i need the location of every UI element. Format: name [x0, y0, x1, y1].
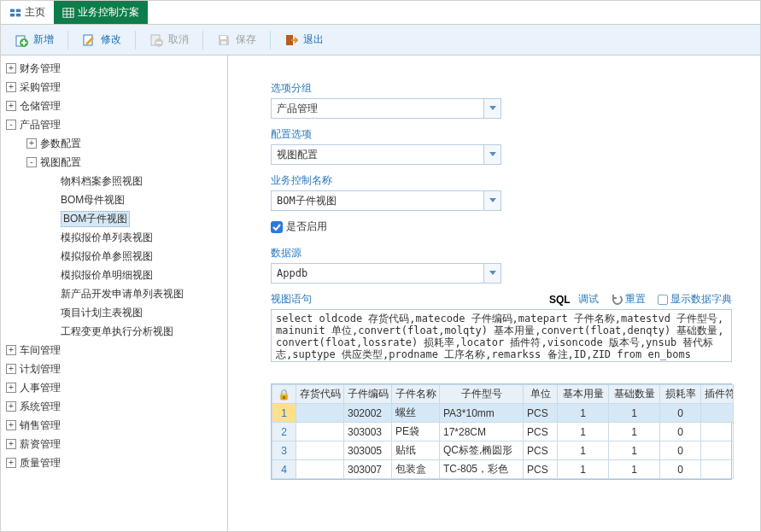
- tree-leaf[interactable]: 物料档案参照视图: [1, 172, 227, 190]
- expand-icon[interactable]: +: [6, 364, 16, 374]
- col-header[interactable]: 基本用量: [558, 385, 609, 404]
- enabled-checkbox[interactable]: [271, 221, 283, 233]
- tree-leaf[interactable]: 模拟报价单参照视图: [1, 247, 227, 266]
- group-combo[interactable]: [271, 98, 501, 119]
- cell[interactable]: 0: [660, 423, 701, 441]
- tree-node-quality[interactable]: +质量管理: [1, 453, 227, 472]
- chevron-down-icon[interactable]: [483, 264, 501, 283]
- col-header[interactable]: 子件编码: [344, 385, 392, 404]
- tree-node-product[interactable]: -产品管理: [1, 115, 227, 134]
- collapse-icon[interactable]: -: [6, 120, 16, 130]
- checkbox-empty-icon[interactable]: [658, 295, 668, 305]
- tree-node-plan[interactable]: +计划管理: [1, 360, 227, 378]
- table-row[interactable]: 4303007包装盒TC-805，彩色PCS110: [272, 460, 734, 479]
- table-row[interactable]: 3303005贴纸QC标签,椭圆形PCS110: [272, 441, 734, 460]
- tree-leaf[interactable]: 项目计划主表视图: [1, 303, 227, 322]
- cell[interactable]: TC-805，彩色: [440, 460, 524, 479]
- expand-icon[interactable]: +: [6, 401, 16, 412]
- cell[interactable]: PA3*10mm: [440, 404, 524, 423]
- cell[interactable]: PCS: [524, 423, 558, 441]
- exit-button[interactable]: 退出: [276, 29, 332, 50]
- expand-icon[interactable]: +: [6, 63, 16, 73]
- option-combo[interactable]: [271, 144, 501, 165]
- expand-icon[interactable]: +: [6, 383, 16, 393]
- col-header[interactable]: 存货代码: [296, 385, 344, 404]
- cell[interactable]: PCS: [524, 404, 558, 423]
- tree-node-sales[interactable]: +销售管理: [1, 416, 227, 435]
- tree-leaf[interactable]: 模拟报价单明细视图: [1, 266, 227, 284]
- tree-node-param-config[interactable]: +参数配置: [1, 134, 227, 153]
- cell[interactable]: [296, 423, 344, 441]
- cell[interactable]: PE袋: [392, 423, 440, 441]
- cell[interactable]: 17*28CM: [440, 423, 524, 441]
- col-header[interactable]: 插件符: [701, 385, 734, 404]
- tree-leaf-selected[interactable]: BOM子件视图: [1, 209, 227, 228]
- tree-node-workshop[interactable]: +车间管理: [1, 341, 227, 360]
- expand-icon[interactable]: +: [6, 458, 16, 468]
- tree-node-finance[interactable]: +财务管理: [1, 59, 227, 78]
- cell[interactable]: 0: [660, 460, 701, 479]
- cell[interactable]: 303003: [344, 423, 392, 441]
- col-header[interactable]: 单位: [524, 385, 558, 404]
- add-button[interactable]: 新增: [6, 29, 62, 50]
- collapse-icon[interactable]: -: [26, 157, 37, 167]
- name-input[interactable]: [272, 191, 483, 210]
- expand-icon[interactable]: +: [6, 345, 16, 355]
- cell[interactable]: [701, 460, 734, 479]
- expand-icon[interactable]: +: [6, 82, 16, 92]
- sql-reset-link[interactable]: 重置: [611, 292, 646, 307]
- tree-node-hr[interactable]: +人事管理: [1, 378, 227, 397]
- cell[interactable]: 302002: [344, 404, 392, 423]
- cancel-button[interactable]: 取消: [141, 29, 197, 50]
- expand-icon[interactable]: +: [6, 439, 16, 449]
- sql-debug-link[interactable]: SQL 调试: [549, 292, 599, 307]
- edit-button[interactable]: 修改: [73, 29, 130, 50]
- name-combo[interactable]: [271, 190, 501, 211]
- cell[interactable]: 包装盒: [392, 460, 440, 479]
- tree-leaf[interactable]: BOM母件视图: [1, 190, 227, 209]
- cell[interactable]: PCS: [524, 441, 558, 460]
- cell[interactable]: 贴纸: [392, 441, 440, 460]
- sql-textarea[interactable]: [271, 309, 732, 362]
- tree-node-view-config[interactable]: -视图配置: [1, 153, 227, 172]
- cell[interactable]: PCS: [524, 460, 558, 479]
- cell[interactable]: 1: [609, 404, 660, 423]
- save-button[interactable]: 保存: [208, 29, 265, 50]
- col-header[interactable]: 损耗率: [660, 385, 701, 404]
- cell[interactable]: [296, 441, 344, 460]
- chevron-down-icon[interactable]: [483, 99, 501, 118]
- col-header[interactable]: 子件型号: [440, 385, 524, 404]
- group-input[interactable]: [272, 99, 483, 118]
- cell[interactable]: [296, 460, 344, 479]
- cell[interactable]: 0: [660, 404, 701, 423]
- col-header[interactable]: 基础数量: [609, 385, 660, 404]
- tree-leaf[interactable]: 模拟报价单列表视图: [1, 228, 227, 247]
- cell[interactable]: 1: [609, 423, 660, 441]
- chevron-down-icon[interactable]: [483, 145, 501, 164]
- cell[interactable]: 1: [609, 460, 660, 479]
- sql-dict-link[interactable]: 显示数据字典: [658, 292, 732, 307]
- cell[interactable]: 1: [609, 441, 660, 460]
- cell[interactable]: [701, 404, 734, 423]
- tree-node-system[interactable]: +系统管理: [1, 397, 227, 416]
- cell[interactable]: 303005: [344, 441, 392, 460]
- tree-node-warehouse[interactable]: +仓储管理: [1, 96, 227, 115]
- expand-icon[interactable]: +: [6, 420, 16, 430]
- cell[interactable]: [701, 441, 734, 460]
- cell[interactable]: 螺丝: [392, 404, 440, 423]
- expand-icon[interactable]: +: [26, 138, 37, 149]
- ds-combo[interactable]: [271, 263, 501, 284]
- tree-leaf[interactable]: 工程变更单执行分析视图: [1, 322, 227, 341]
- option-input[interactable]: [272, 145, 483, 164]
- expand-icon[interactable]: +: [6, 101, 16, 111]
- cell[interactable]: [701, 423, 734, 441]
- tree-node-purchase[interactable]: +采购管理: [1, 78, 227, 96]
- cell[interactable]: 0: [660, 441, 701, 460]
- tree-leaf[interactable]: 新产品开发申请单列表视图: [1, 284, 227, 303]
- cell[interactable]: 303007: [344, 460, 392, 479]
- cell[interactable]: 1: [558, 404, 609, 423]
- cell[interactable]: QC标签,椭圆形: [440, 441, 524, 460]
- cell[interactable]: 1: [558, 441, 609, 460]
- col-header[interactable]: 子件名称: [392, 385, 440, 404]
- enabled-checkbox-row[interactable]: 是否启用: [271, 219, 752, 234]
